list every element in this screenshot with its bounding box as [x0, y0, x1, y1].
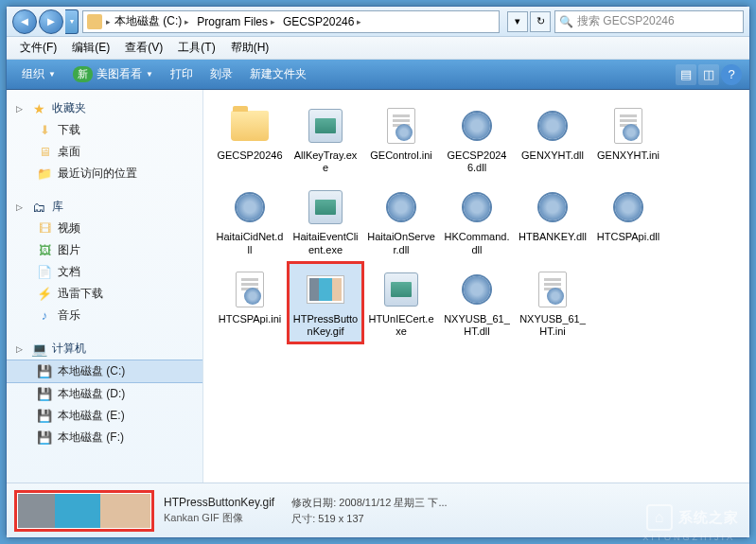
view-mode-button[interactable]: ▤ — [676, 64, 696, 85]
file-label: GENXYHT.dll — [521, 149, 584, 162]
sidebar-header-favorites[interactable]: ▷ ★ 收藏夹 — [7, 97, 202, 119]
details-filename: HTPressButtonKey.gif — [164, 496, 274, 509]
file-item[interactable]: AllKeyTray.exe — [289, 99, 362, 179]
recent-icon: 📁 — [37, 167, 52, 182]
breadcrumb-segment[interactable]: 本地磁盘 (C:)▸ — [111, 11, 193, 32]
file-label: HTBANKEY.dll — [519, 231, 587, 243]
sidebar-header-computer[interactable]: ▷ 💻 计算机 — [7, 338, 202, 360]
caret-icon: ▷ — [16, 344, 26, 354]
dll-icon — [228, 185, 272, 229]
file-item[interactable]: HaitaiEventClient.exe — [289, 181, 362, 260]
file-item[interactable]: HKCommand.dll — [440, 181, 514, 260]
sidebar-item[interactable]: 📄文档 — [7, 261, 202, 283]
chevron-down-icon: ▼ — [48, 70, 56, 79]
organize-button[interactable]: 组织▼ — [14, 62, 63, 86]
sidebar-item[interactable]: ⚡迅雷下载 — [7, 283, 202, 305]
address-bar: ◄ ► ▾ ▸ 本地磁盘 (C:)▸ Program Files▸ GECSP2… — [7, 7, 749, 37]
file-label: HTCSPApi.dll — [597, 231, 659, 243]
exe-icon — [304, 104, 347, 148]
file-item[interactable]: HTPressButtonKey.gif — [289, 263, 362, 342]
sidebar-item-label: 迅雷下载 — [58, 286, 103, 302]
file-item[interactable]: HTCSPApi.ini — [213, 263, 287, 342]
file-item[interactable]: GECSP20246 — [213, 99, 287, 179]
breadcrumb-segment[interactable]: Program Files▸ — [193, 11, 279, 32]
print-button[interactable]: 打印 — [163, 62, 201, 86]
sidebar-item[interactable]: 💾本地磁盘 (D:) — [7, 383, 202, 405]
details-info: HTPressButtonKey.gif Kankan GIF 图像 — [164, 496, 274, 525]
file-item[interactable]: HTBANKEY.dll — [516, 181, 589, 260]
details-meta: 修改日期: 2008/11/12 星期三 下... 尺寸: 519 x 137 — [291, 496, 447, 526]
file-item[interactable]: HTCSPApi.dll — [591, 181, 665, 260]
folder-icon — [87, 14, 102, 29]
sidebar-label: 收藏夹 — [52, 100, 86, 116]
dll-icon — [531, 104, 574, 148]
sidebar-item[interactable]: 📁最近访问的位置 — [7, 163, 202, 184]
picture-icon: 🖼 — [37, 243, 52, 258]
sidebar-label: 计算机 — [52, 341, 86, 357]
file-item[interactable]: NXYUSB_61_HT.ini — [516, 263, 589, 342]
chevron-right-icon: ▸ — [357, 17, 361, 26]
forward-button[interactable]: ► — [39, 9, 63, 34]
sidebar-item[interactable]: 🎞视频 — [7, 218, 202, 239]
ini-icon — [379, 104, 423, 148]
file-item[interactable]: HaitaiOnServer.dll — [364, 181, 438, 260]
sidebar-item[interactable]: 🖥桌面 — [7, 141, 202, 163]
menu-edit[interactable]: 编辑(E) — [66, 38, 115, 58]
burn-button[interactable]: 刻录 — [202, 62, 240, 86]
back-button[interactable]: ◄ — [12, 9, 37, 34]
sidebar-item[interactable]: 🖼图片 — [7, 239, 202, 261]
sidebar-item[interactable]: 💾本地磁盘 (F:) — [7, 427, 202, 448]
file-label: HTCSPApi.ini — [219, 313, 281, 325]
sidebar-item-label: 下载 — [58, 122, 80, 138]
sidebar-item-label: 最近访问的位置 — [58, 166, 137, 182]
breadcrumb[interactable]: ▸ 本地磁盘 (C:)▸ Program Files▸ GECSP20246▸ — [82, 10, 500, 33]
sidebar-item[interactable]: 💾本地磁盘 (E:) — [7, 405, 202, 427]
menu-file[interactable]: 文件(F) — [14, 38, 62, 58]
file-item[interactable]: HaitaiCidNet.dll — [213, 181, 287, 260]
sidebar-item-label: 本地磁盘 (D:) — [58, 386, 125, 402]
file-item[interactable]: HTUnIECert.exe — [364, 263, 438, 342]
sidebar-item-label: 本地磁盘 (E:) — [58, 408, 125, 424]
menu-tools[interactable]: 工具(T) — [172, 38, 220, 58]
sidebar-item[interactable]: 💾本地磁盘 (C:) — [7, 360, 202, 383]
dll-icon — [531, 185, 574, 229]
file-item[interactable]: GENXYHT.ini — [591, 99, 665, 179]
toolbar: 组织▼ 新美图看看▼ 打印 刻录 新建文件夹 ▤ ◫ ? — [7, 60, 749, 90]
sidebar-header-libraries[interactable]: ▷ 🗂 库 — [7, 196, 202, 218]
sidebar-item[interactable]: ⬇下载 — [7, 119, 202, 141]
help-button[interactable]: ? — [721, 64, 742, 85]
breadcrumb-segment[interactable]: GECSP20246▸ — [279, 11, 365, 32]
drive-icon: 💾 — [37, 364, 52, 379]
content-area[interactable]: GECSP20246AllKeyTray.exeGEControl.iniGEC… — [203, 90, 749, 483]
file-item[interactable]: GECSP20246.dll — [440, 99, 514, 179]
computer-icon: 💻 — [31, 342, 46, 357]
dll-icon — [455, 104, 499, 148]
navigation-pane: ▷ ★ 收藏夹 ⬇下载🖥桌面📁最近访问的位置 ▷ 🗂 库 🎞视频🖼图片📄文档⚡迅… — [7, 90, 203, 483]
refresh-button[interactable]: ↻ — [530, 11, 551, 32]
file-item[interactable]: GEControl.ini — [364, 99, 438, 179]
addr-actions: ▾ ↻ — [507, 11, 551, 32]
search-icon: 🔍 — [559, 15, 573, 28]
dll-icon — [379, 185, 423, 229]
sidebar-item-label: 本地磁盘 (C:) — [58, 363, 125, 379]
dropdown-button[interactable]: ▾ — [507, 11, 528, 32]
sidebar-item[interactable]: ♪音乐 — [7, 305, 202, 326]
sidebar-item-label: 音乐 — [58, 307, 80, 324]
file-item[interactable]: NXYUSB_61_HT.dll — [440, 263, 514, 342]
file-label: HTPressButtonKey.gif — [291, 313, 360, 338]
preview-pane-button[interactable]: ◫ — [698, 64, 719, 85]
preview-thumbnail — [14, 490, 154, 532]
chevron-down-icon: ▼ — [146, 70, 153, 79]
file-label: HaitaiOnServer.dll — [367, 231, 435, 255]
video-icon: 🎞 — [37, 221, 52, 237]
ini-icon — [531, 268, 574, 311]
search-input[interactable]: 🔍 搜索 GECSP20246 — [554, 10, 744, 33]
meitu-button[interactable]: 新美图看看▼ — [65, 62, 161, 86]
menu-view[interactable]: 查看(V) — [119, 38, 168, 58]
file-item[interactable]: GENXYHT.dll — [516, 99, 589, 179]
newfolder-button[interactable]: 新建文件夹 — [242, 62, 314, 86]
dll-icon — [455, 268, 499, 311]
icon-grid: GECSP20246AllKeyTray.exeGEControl.iniGEC… — [213, 99, 740, 342]
nav-history-dropdown[interactable]: ▾ — [65, 9, 79, 34]
menu-help[interactable]: 帮助(H) — [225, 38, 275, 58]
